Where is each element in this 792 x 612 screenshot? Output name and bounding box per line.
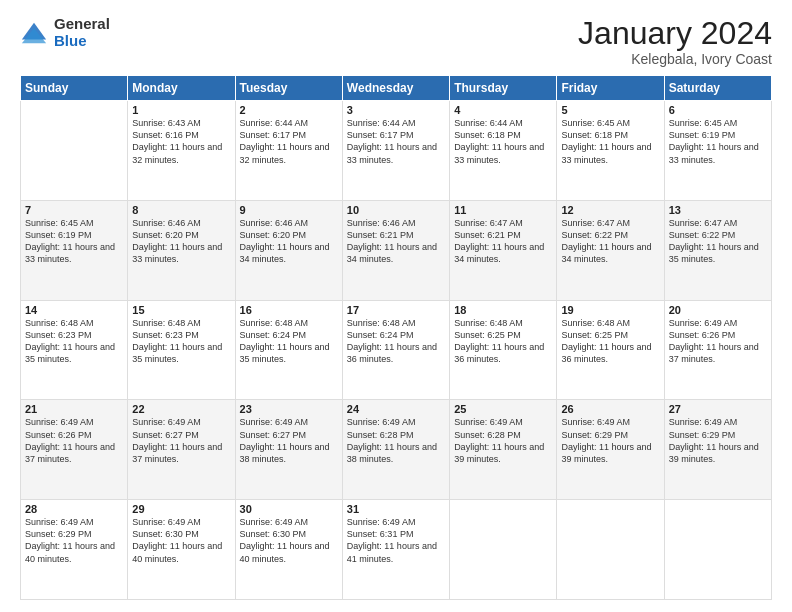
- sunrise-text: Sunrise: 6:49 AM: [454, 416, 552, 428]
- cell-info: Sunrise: 6:44 AM Sunset: 6:18 PM Dayligh…: [454, 117, 552, 166]
- cell-info: Sunrise: 6:47 AM Sunset: 6:22 PM Dayligh…: [669, 217, 767, 266]
- logo-general: General: [54, 16, 110, 33]
- calendar-cell: 25 Sunrise: 6:49 AM Sunset: 6:28 PM Dayl…: [450, 400, 557, 500]
- day-number: 4: [454, 104, 552, 116]
- daylight-text: Daylight: 11 hours and 35 minutes.: [25, 341, 123, 365]
- day-number: 29: [132, 503, 230, 515]
- location-subtitle: Kelegbala, Ivory Coast: [578, 51, 772, 67]
- calendar-cell: 2 Sunrise: 6:44 AM Sunset: 6:17 PM Dayli…: [235, 101, 342, 201]
- sunset-text: Sunset: 6:29 PM: [561, 429, 659, 441]
- header-monday: Monday: [128, 76, 235, 101]
- calendar-cell: 14 Sunrise: 6:48 AM Sunset: 6:23 PM Dayl…: [21, 300, 128, 400]
- day-number: 7: [25, 204, 123, 216]
- calendar-cell: 21 Sunrise: 6:49 AM Sunset: 6:26 PM Dayl…: [21, 400, 128, 500]
- daylight-text: Daylight: 11 hours and 36 minutes.: [454, 341, 552, 365]
- calendar-cell: 26 Sunrise: 6:49 AM Sunset: 6:29 PM Dayl…: [557, 400, 664, 500]
- sunrise-text: Sunrise: 6:46 AM: [132, 217, 230, 229]
- daylight-text: Daylight: 11 hours and 40 minutes.: [240, 540, 338, 564]
- sunrise-text: Sunrise: 6:48 AM: [561, 317, 659, 329]
- cell-info: Sunrise: 6:47 AM Sunset: 6:22 PM Dayligh…: [561, 217, 659, 266]
- sunrise-text: Sunrise: 6:44 AM: [240, 117, 338, 129]
- day-number: 18: [454, 304, 552, 316]
- sunrise-text: Sunrise: 6:49 AM: [25, 416, 123, 428]
- cell-info: Sunrise: 6:48 AM Sunset: 6:25 PM Dayligh…: [561, 317, 659, 366]
- daylight-text: Daylight: 11 hours and 36 minutes.: [347, 341, 445, 365]
- daylight-text: Daylight: 11 hours and 34 minutes.: [240, 241, 338, 265]
- sunrise-text: Sunrise: 6:45 AM: [561, 117, 659, 129]
- header-wednesday: Wednesday: [342, 76, 449, 101]
- cell-info: Sunrise: 6:49 AM Sunset: 6:31 PM Dayligh…: [347, 516, 445, 565]
- cell-info: Sunrise: 6:48 AM Sunset: 6:23 PM Dayligh…: [132, 317, 230, 366]
- sunset-text: Sunset: 6:26 PM: [669, 329, 767, 341]
- page: General Blue January 2024 Kelegbala, Ivo…: [0, 0, 792, 612]
- sunset-text: Sunset: 6:27 PM: [240, 429, 338, 441]
- day-number: 23: [240, 403, 338, 415]
- calendar-cell: 19 Sunrise: 6:48 AM Sunset: 6:25 PM Dayl…: [557, 300, 664, 400]
- sunrise-text: Sunrise: 6:49 AM: [347, 516, 445, 528]
- sunset-text: Sunset: 6:16 PM: [132, 129, 230, 141]
- cell-info: Sunrise: 6:49 AM Sunset: 6:29 PM Dayligh…: [669, 416, 767, 465]
- cell-info: Sunrise: 6:49 AM Sunset: 6:27 PM Dayligh…: [240, 416, 338, 465]
- sunset-text: Sunset: 6:29 PM: [25, 528, 123, 540]
- cell-info: Sunrise: 6:48 AM Sunset: 6:25 PM Dayligh…: [454, 317, 552, 366]
- day-number: 6: [669, 104, 767, 116]
- sunset-text: Sunset: 6:28 PM: [347, 429, 445, 441]
- daylight-text: Daylight: 11 hours and 40 minutes.: [25, 540, 123, 564]
- day-number: 30: [240, 503, 338, 515]
- calendar-cell: 12 Sunrise: 6:47 AM Sunset: 6:22 PM Dayl…: [557, 200, 664, 300]
- day-number: 15: [132, 304, 230, 316]
- sunrise-text: Sunrise: 6:45 AM: [25, 217, 123, 229]
- daylight-text: Daylight: 11 hours and 38 minutes.: [347, 441, 445, 465]
- sunset-text: Sunset: 6:18 PM: [561, 129, 659, 141]
- sunrise-text: Sunrise: 6:49 AM: [669, 317, 767, 329]
- cell-info: Sunrise: 6:49 AM Sunset: 6:27 PM Dayligh…: [132, 416, 230, 465]
- sunrise-text: Sunrise: 6:49 AM: [240, 416, 338, 428]
- sunset-text: Sunset: 6:25 PM: [454, 329, 552, 341]
- day-number: 24: [347, 403, 445, 415]
- daylight-text: Daylight: 11 hours and 35 minutes.: [132, 341, 230, 365]
- calendar-cell: 16 Sunrise: 6:48 AM Sunset: 6:24 PM Dayl…: [235, 300, 342, 400]
- sunset-text: Sunset: 6:21 PM: [454, 229, 552, 241]
- sunset-text: Sunset: 6:31 PM: [347, 528, 445, 540]
- sunrise-text: Sunrise: 6:47 AM: [454, 217, 552, 229]
- calendar-cell: [450, 500, 557, 600]
- day-number: 3: [347, 104, 445, 116]
- day-number: 19: [561, 304, 659, 316]
- cell-info: Sunrise: 6:47 AM Sunset: 6:21 PM Dayligh…: [454, 217, 552, 266]
- calendar-cell: 23 Sunrise: 6:49 AM Sunset: 6:27 PM Dayl…: [235, 400, 342, 500]
- calendar-cell: 11 Sunrise: 6:47 AM Sunset: 6:21 PM Dayl…: [450, 200, 557, 300]
- calendar-cell: 15 Sunrise: 6:48 AM Sunset: 6:23 PM Dayl…: [128, 300, 235, 400]
- daylight-text: Daylight: 11 hours and 34 minutes.: [561, 241, 659, 265]
- sunset-text: Sunset: 6:23 PM: [25, 329, 123, 341]
- daylight-text: Daylight: 11 hours and 37 minutes.: [669, 341, 767, 365]
- day-number: 28: [25, 503, 123, 515]
- sunset-text: Sunset: 6:20 PM: [240, 229, 338, 241]
- day-number: 20: [669, 304, 767, 316]
- day-number: 5: [561, 104, 659, 116]
- daylight-text: Daylight: 11 hours and 33 minutes.: [669, 141, 767, 165]
- calendar-week-3: 21 Sunrise: 6:49 AM Sunset: 6:26 PM Dayl…: [21, 400, 772, 500]
- day-number: 8: [132, 204, 230, 216]
- sunset-text: Sunset: 6:20 PM: [132, 229, 230, 241]
- sunset-text: Sunset: 6:27 PM: [132, 429, 230, 441]
- header-tuesday: Tuesday: [235, 76, 342, 101]
- cell-info: Sunrise: 6:48 AM Sunset: 6:24 PM Dayligh…: [240, 317, 338, 366]
- daylight-text: Daylight: 11 hours and 33 minutes.: [454, 141, 552, 165]
- day-number: 11: [454, 204, 552, 216]
- daylight-text: Daylight: 11 hours and 32 minutes.: [132, 141, 230, 165]
- calendar-cell: 20 Sunrise: 6:49 AM Sunset: 6:26 PM Dayl…: [664, 300, 771, 400]
- calendar-cell: 22 Sunrise: 6:49 AM Sunset: 6:27 PM Dayl…: [128, 400, 235, 500]
- daylight-text: Daylight: 11 hours and 32 minutes.: [240, 141, 338, 165]
- sunset-text: Sunset: 6:17 PM: [347, 129, 445, 141]
- sunrise-text: Sunrise: 6:49 AM: [240, 516, 338, 528]
- calendar-week-2: 14 Sunrise: 6:48 AM Sunset: 6:23 PM Dayl…: [21, 300, 772, 400]
- logo: General Blue: [20, 16, 110, 49]
- calendar-cell: 9 Sunrise: 6:46 AM Sunset: 6:20 PM Dayli…: [235, 200, 342, 300]
- calendar-cell: 27 Sunrise: 6:49 AM Sunset: 6:29 PM Dayl…: [664, 400, 771, 500]
- sunset-text: Sunset: 6:25 PM: [561, 329, 659, 341]
- daylight-text: Daylight: 11 hours and 33 minutes.: [25, 241, 123, 265]
- sunrise-text: Sunrise: 6:48 AM: [347, 317, 445, 329]
- calendar-week-0: 1 Sunrise: 6:43 AM Sunset: 6:16 PM Dayli…: [21, 101, 772, 201]
- calendar-cell: [664, 500, 771, 600]
- sunset-text: Sunset: 6:19 PM: [25, 229, 123, 241]
